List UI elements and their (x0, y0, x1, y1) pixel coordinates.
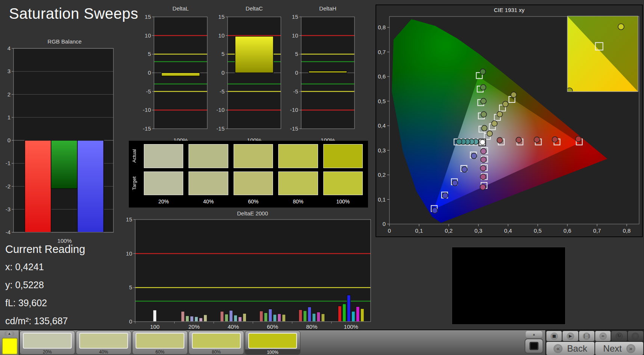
next-chevron-icon: » (626, 344, 635, 353)
tile-label-80%: 80% (189, 349, 244, 355)
delta-c-plot: 151050-5-10-15 (213, 12, 285, 135)
svg-text:0: 0 (383, 221, 386, 227)
meter-controls-column: ▲ (523, 330, 545, 355)
svg-text:-10: -10 (143, 107, 151, 113)
delta-e-2000-title: DeltaE 2000 (134, 210, 371, 217)
cie-1931-title: CIE 1931 xy (376, 7, 642, 13)
target-swatch-100% (323, 171, 363, 196)
tile-label-20%: 20% (20, 349, 75, 355)
svg-text:0: 0 (129, 318, 132, 325)
column-label-80%: 80% (278, 199, 318, 206)
svg-text:0,7: 0,7 (378, 49, 386, 55)
svg-text:2: 2 (8, 91, 11, 98)
svg-text:0,2: 0,2 (378, 171, 386, 178)
svg-text:5: 5 (148, 51, 151, 57)
play-button[interactable]: ▶ (563, 331, 578, 341)
svg-text:-15: -15 (216, 125, 225, 132)
svg-text:0: 0 (148, 69, 151, 76)
navigation-buttons: « Back Next » (546, 342, 643, 355)
loop-button[interactable]: ∞ (595, 331, 611, 341)
sync-icon: ↻ (615, 332, 623, 340)
transport-buttons: ■▶[··]∞↻ (546, 331, 643, 341)
svg-text:100: 100 (150, 323, 160, 330)
stop-button[interactable]: ■ (546, 331, 562, 341)
column-label-60%: 60% (234, 199, 273, 206)
svg-text:15: 15 (145, 14, 151, 20)
back-chevron-icon: « (554, 344, 563, 353)
tile-swatch-60% (136, 333, 184, 349)
svg-text:-10: -10 (216, 107, 225, 113)
svg-text:0,3: 0,3 (378, 147, 386, 153)
tile-label-40%: 40% (76, 349, 131, 355)
actual-swatch-60% (234, 144, 273, 168)
svg-text:0,8: 0,8 (623, 227, 631, 234)
next-button[interactable]: Next » (595, 342, 643, 355)
svg-text:80%: 80% (306, 323, 317, 330)
current-reading: Current Reading x: 0,4241 y: 0,5228 fL: … (5, 243, 85, 334)
row-label-actual: Actual (130, 144, 139, 168)
back-label: Back (567, 343, 587, 354)
tile-label-100%: 100% (245, 349, 300, 355)
controls-expand-arrow-button[interactable]: ▲ (526, 331, 542, 338)
svg-text:-5: -5 (220, 88, 225, 95)
svg-text:0,1: 0,1 (378, 196, 386, 203)
svg-text:15: 15 (126, 217, 132, 223)
target-swatch-40% (189, 171, 228, 196)
delta-l-plot: 151050-5-10-15 (140, 12, 211, 135)
svg-text:-5: -5 (146, 88, 151, 95)
svg-text:5: 5 (129, 284, 132, 290)
page-title: Saturation Sweeps (9, 5, 138, 22)
actual-swatch-100% (323, 144, 363, 168)
actual-target-swatch-panel: ActualTarget20%40%60%80%100% (129, 141, 368, 208)
delta-charts-row: DeltaL 151050-5-10-15 100% DeltaC 151050… (140, 5, 358, 143)
step-button[interactable]: [··] (579, 331, 594, 341)
step-icon: [··] (583, 332, 590, 340)
back-button[interactable]: « Back (546, 342, 594, 355)
current-reading-title: Current Reading (5, 243, 85, 256)
sync-button[interactable]: ↻ (611, 331, 627, 341)
tile-label-60%: 60% (133, 349, 187, 355)
svg-text:-15: -15 (143, 125, 151, 132)
svg-text:15: 15 (218, 14, 225, 20)
rgb-balance-title: RGB Balance (14, 38, 116, 45)
svg-text:15: 15 (292, 14, 298, 20)
delta-l-chart: DeltaL 151050-5-10-15 100% (140, 5, 211, 143)
saturation-tile-20%[interactable]: 20% (20, 331, 75, 355)
svg-text:40%: 40% (228, 323, 239, 330)
patch-expand-arrow-button[interactable]: ▲ (5, 331, 14, 336)
svg-text:3: 3 (8, 68, 11, 74)
actual-swatch-80% (278, 144, 318, 168)
svg-text:0,4: 0,4 (378, 122, 386, 129)
svg-text:-10: -10 (290, 107, 298, 113)
svg-text:4: 4 (8, 45, 11, 51)
saturation-tile-100%[interactable]: 100% (245, 331, 300, 355)
tile-swatch-40% (79, 333, 128, 349)
current-reading-y: y: 0,5228 (5, 280, 85, 290)
svg-text:10: 10 (126, 250, 132, 257)
svg-text:0,1: 0,1 (415, 227, 423, 234)
loop-icon: ∞ (599, 332, 607, 340)
current-reading-fl: fL: 39,602 (5, 298, 85, 308)
video-preview-area (452, 247, 566, 325)
delta-h-plot: 151050-5-10-15 (287, 12, 358, 135)
svg-text:-3: -3 (6, 206, 11, 212)
saturation-sweeps-page: Saturation Sweeps RGB Balance 43210-1-2-… (0, 0, 644, 355)
delta-c-title: DeltaC (228, 5, 281, 12)
saturation-tile-40%[interactable]: 40% (76, 331, 131, 355)
saturation-tile-60%[interactable]: 60% (132, 331, 188, 355)
patch-window-button[interactable] (525, 338, 543, 353)
svg-text:20%: 20% (189, 323, 200, 330)
svg-text:0: 0 (295, 69, 298, 76)
svg-text:-15: -15 (290, 125, 298, 132)
saturation-level-tiles: 20%40%60%80%100% (20, 331, 300, 355)
empty-button[interactable] (628, 331, 643, 341)
saturation-tile-80%[interactable]: 80% (189, 331, 244, 355)
current-reading-x: x: 0,4241 (5, 262, 85, 272)
svg-text:1: 1 (8, 114, 11, 120)
column-label-40%: 40% (189, 199, 228, 206)
target-swatch-80% (278, 171, 318, 196)
svg-text:5: 5 (295, 51, 298, 57)
tile-swatch-100% (248, 333, 297, 349)
column-label-20%: 20% (144, 199, 183, 206)
svg-text:0,6: 0,6 (564, 227, 572, 234)
